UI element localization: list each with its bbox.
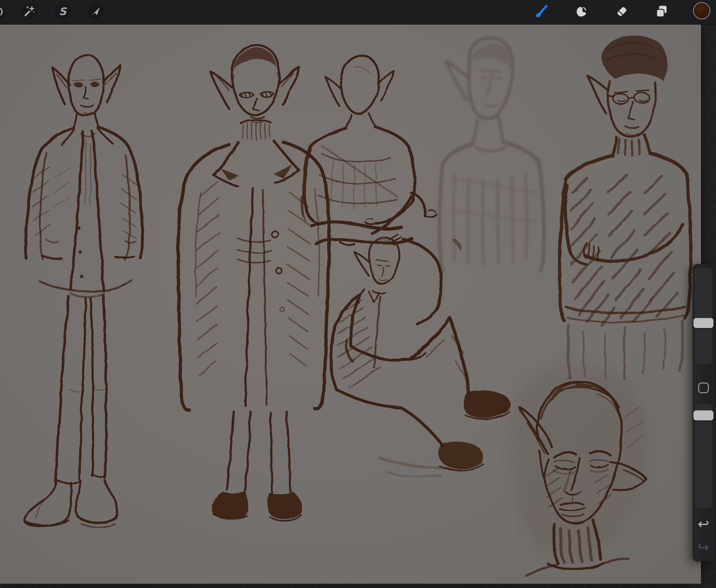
arrow-cursor-icon [88,4,103,19]
adjustments-button[interactable] [21,4,37,19]
sketch-figure-cross-legged [300,56,436,245]
selection-glyph: S [59,5,67,18]
drawing-canvas[interactable] [0,24,701,584]
eraser-icon [614,4,630,19]
selection-button[interactable]: S [55,4,71,19]
erase-tool-button[interactable] [614,4,630,19]
offscreen-tool-button[interactable] [0,4,6,19]
opacity-slider[interactable] [695,404,712,508]
color-swatch[interactable] [693,2,710,19]
sketch-artwork [0,24,701,584]
brush-size-slider[interactable] [695,268,712,364]
opacity-handle[interactable] [693,410,713,420]
sidebar: ↩ ↪ [692,264,715,562]
sketch-figure-dark-glasses [560,35,691,380]
smudge-tool-button[interactable] [574,4,590,19]
smudge-finger-icon [574,4,590,19]
transform-button[interactable] [88,4,103,19]
sketch-figure-faded-torso [440,38,544,271]
modify-button[interactable] [698,382,709,393]
undo-button[interactable]: ↩ [692,515,715,533]
brush-size-handle[interactable] [693,318,713,328]
sketch-figure-standing-cardigan [25,55,142,527]
partial-tool-icon [0,4,6,19]
redo-button[interactable]: ↪ [692,538,715,556]
layers-icon [654,4,669,19]
app-window: S [0,0,716,588]
paint-tool-button[interactable] [533,4,549,19]
brush-icon [533,4,549,19]
magic-wand-icon [21,4,37,19]
sketch-figure-long-coat [178,45,329,521]
sketch-figure-portrait-head [511,363,648,576]
sketch-figure-seated-floor [331,234,510,477]
s-ribbon-icon: S [55,4,71,19]
top-toolbar: S [0,0,716,24]
layers-button[interactable] [654,4,669,19]
